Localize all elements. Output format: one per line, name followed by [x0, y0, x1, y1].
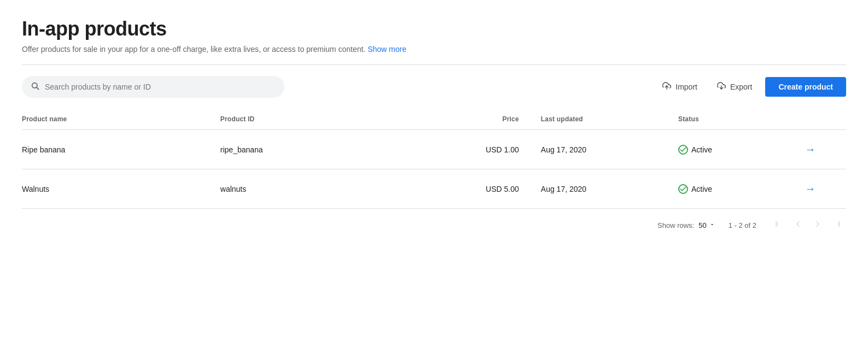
cell-price-0: USD 1.00 — [419, 130, 541, 169]
first-page-icon — [774, 220, 783, 231]
create-product-button[interactable]: Create product — [765, 77, 846, 97]
import-icon — [662, 81, 671, 92]
status-active-icon-0 — [678, 145, 688, 155]
status-label-1: Active — [691, 185, 712, 193]
page-subtitle: Offer products for sale in your app for … — [22, 45, 846, 54]
products-table: Product name Product ID Price Last updat… — [22, 111, 846, 209]
export-icon — [717, 81, 726, 92]
row-navigate-button-1[interactable]: → — [800, 180, 820, 197]
cell-price-1: USD 5.00 — [419, 169, 541, 209]
first-page-button[interactable] — [770, 217, 787, 233]
last-page-button[interactable] — [829, 217, 846, 233]
cell-status-0: Active — [678, 130, 800, 169]
pagination-info: 1 - 2 of 2 — [729, 221, 756, 229]
rows-per-page-value: 50 — [698, 221, 706, 229]
row-navigate-button-0[interactable]: → — [800, 141, 820, 158]
cell-name-0: Ripe banana — [22, 130, 220, 169]
table-header-row: Product name Product ID Price Last updat… — [22, 111, 846, 130]
prev-page-icon — [794, 220, 802, 231]
show-more-link[interactable]: Show more — [368, 45, 406, 54]
toolbar: Import Export Create product — [22, 76, 846, 98]
cell-updated-1: Aug 17, 2020 — [541, 169, 678, 209]
import-label: Import — [675, 82, 697, 91]
last-page-icon — [833, 220, 842, 231]
header-divider — [22, 64, 846, 65]
page-title: In-app products — [22, 17, 846, 40]
search-icon — [31, 81, 39, 92]
rows-selector: Show rows: 50 — [657, 221, 715, 229]
cell-updated-0: Aug 17, 2020 — [541, 130, 678, 169]
search-container[interactable] — [22, 76, 284, 98]
products-table-container: Product name Product ID Price Last updat… — [22, 111, 846, 235]
export-button[interactable]: Export — [710, 77, 759, 97]
table-footer: Show rows: 50 1 - 2 of 2 — [22, 209, 846, 235]
next-page-button[interactable] — [809, 217, 826, 233]
pagination-buttons — [770, 217, 846, 233]
search-input[interactable] — [45, 82, 276, 91]
cell-id-0: ripe_banana — [220, 130, 419, 169]
next-page-icon — [813, 220, 822, 231]
table-row: Walnuts walnuts USD 5.00 Aug 17, 2020 Ac… — [22, 169, 846, 209]
subtitle-text: Offer products for sale in your app for … — [22, 45, 365, 54]
cell-action-1[interactable]: → — [800, 169, 846, 209]
cell-name-1: Walnuts — [22, 169, 220, 209]
cell-action-0[interactable]: → — [800, 130, 846, 169]
rows-dropdown-icon — [709, 221, 715, 229]
prev-page-button[interactable] — [789, 217, 807, 233]
col-header-id: Product ID — [220, 111, 419, 130]
col-header-status: Status — [678, 111, 800, 130]
col-header-action — [800, 111, 846, 130]
status-active-icon-1 — [678, 184, 688, 194]
col-header-price: Price — [419, 111, 541, 130]
import-button[interactable]: Import — [656, 77, 704, 97]
page-container: In-app products Offer products for sale … — [0, 0, 868, 248]
show-rows-label: Show rows: — [657, 221, 694, 229]
cell-id-1: walnuts — [220, 169, 419, 209]
col-header-updated: Last updated — [541, 111, 678, 130]
status-label-0: Active — [691, 145, 712, 154]
cell-status-1: Active — [678, 169, 800, 209]
rows-per-page-button[interactable]: 50 — [698, 221, 715, 229]
export-label: Export — [730, 82, 752, 91]
col-header-name: Product name — [22, 111, 220, 130]
svg-line-1 — [37, 87, 39, 90]
table-row: Ripe banana ripe_banana USD 1.00 Aug 17,… — [22, 130, 846, 169]
